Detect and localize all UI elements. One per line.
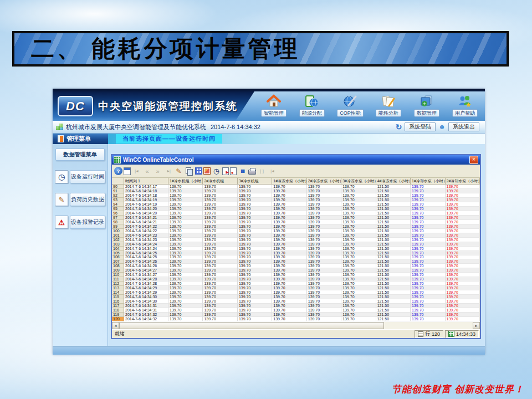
table-row[interactable]: 1142014-7-6 14:34:29139.70139.70139.7013… xyxy=(112,290,480,295)
print-icon[interactable] xyxy=(248,170,256,175)
column-header[interactable]: 4#冷冻水泵（小时） xyxy=(376,178,411,185)
column-header[interactable]: 1#冷冻水泵（小时） xyxy=(272,178,306,185)
value-cell: 139.70 xyxy=(168,185,203,189)
sidebar-item-load-history[interactable]: 负荷历史数据 xyxy=(55,193,105,206)
table-row[interactable]: 922014-7-6 14:34:18139.70139.70139.70139… xyxy=(112,193,480,198)
first-record-icon[interactable] xyxy=(132,166,141,176)
column-header[interactable]: 2#冷冻水泵（小时） xyxy=(307,178,341,185)
nav-item-energy-allocation[interactable]: 能源分配 xyxy=(295,94,329,117)
nav-label[interactable]: COP性能 xyxy=(337,109,364,117)
system-login-button[interactable]: 系统登陆 xyxy=(405,122,436,131)
column-header[interactable]: 1#冷却水泵（小时） xyxy=(411,178,445,185)
copy-icon[interactable] xyxy=(185,166,194,176)
table-row[interactable]: 1192014-7-6 14:34:32139.70139.70139.7013… xyxy=(112,313,480,317)
value-cell: 139.70 xyxy=(411,238,445,242)
row-number-cell: 112 xyxy=(112,282,124,286)
nav-item-smart-management[interactable]: 智能管理 xyxy=(257,94,290,117)
value-cell: 139.70 xyxy=(168,299,203,304)
sidebar-item-label[interactable]: 设备报警记录 xyxy=(70,216,105,229)
table-row[interactable]: 912014-7-6 14:34:18139.70139.70139.70139… xyxy=(112,189,480,193)
table-row[interactable]: 1152014-7-6 14:34:30139.70139.70139.7013… xyxy=(112,295,480,299)
value-cell: 139.70 xyxy=(341,193,376,198)
system-logout-button[interactable]: 系统退出 xyxy=(448,122,479,131)
free-range-icon[interactable] xyxy=(257,166,267,176)
table-row[interactable]: 1062014-7-6 14:34:25139.70139.70139.7013… xyxy=(112,255,480,260)
sidebar-item-label[interactable]: 负荷历史数据 xyxy=(70,193,105,206)
calendar-edit-icon[interactable] xyxy=(124,167,131,175)
import-data-icon[interactable] xyxy=(230,167,237,175)
table-row[interactable]: 1042014-7-6 14:34:24139.70139.70139.7013… xyxy=(112,247,480,251)
column-header[interactable]: 1#冷水机组（小时） xyxy=(168,178,203,185)
table-row[interactable]: 1102014-7-6 14:34:27139.70139.70139.7013… xyxy=(112,273,480,277)
nav-item-energy-analysis[interactable]: 能耗分析 xyxy=(372,94,405,117)
value-cell: 139.70 xyxy=(203,207,237,211)
table-row[interactable]: 1132014-7-6 14:34:29139.70139.70139.7013… xyxy=(112,286,480,290)
nav-item-data-management[interactable]: 数据管理 xyxy=(410,94,443,117)
table-row[interactable]: 1202014-7-6 14:34:32139.70139.70139.7013… xyxy=(112,317,480,321)
value-cell: 139.70 xyxy=(238,216,272,220)
table-row[interactable]: 992014-7-6 14:34:22139.70139.70139.70139… xyxy=(112,224,480,229)
nav-label[interactable]: 用户帮助 xyxy=(452,109,478,117)
table-row[interactable]: 962014-7-6 14:34:20139.70139.70139.70139… xyxy=(112,211,480,216)
table-row[interactable]: 1032014-7-6 14:34:24139.70139.70139.7013… xyxy=(112,242,480,247)
column-header[interactable]: 2#冷却水泵（小时） xyxy=(446,178,480,185)
column-header[interactable]: 3#冷水机组 xyxy=(238,178,272,185)
table-row[interactable]: 972014-7-6 14:34:21139.70139.70139.70139… xyxy=(112,216,480,220)
table-row[interactable]: 902014-7-6 14:34:17139.70139.70139.70139… xyxy=(112,185,480,189)
sidebar-item-device-runtime[interactable]: 设备运行时间 xyxy=(55,170,105,183)
table-row[interactable]: 1162014-7-6 14:34:30139.70139.70139.7013… xyxy=(112,299,480,304)
prev-record-icon[interactable] xyxy=(142,166,152,176)
table-row[interactable]: 942014-7-6 14:34:19139.70139.70139.70139… xyxy=(112,202,480,207)
timestamp-cell: 2014-7-6 14:34:27 xyxy=(124,268,168,273)
sidebar-item-label[interactable]: 设备运行时间 xyxy=(70,170,105,183)
nav-label[interactable]: 数据管理 xyxy=(414,109,439,117)
nav-item-cop-performance[interactable]: COP性能 xyxy=(334,94,367,117)
sidebar-item-alarm-records[interactable]: 设备报警记录 xyxy=(55,216,105,229)
scrollbar-track[interactable] xyxy=(384,322,473,329)
table-row[interactable]: 1012014-7-6 14:34:23139.70139.70139.7013… xyxy=(112,233,480,238)
goto-last-icon[interactable] xyxy=(268,166,277,176)
value-cell: 139.70 xyxy=(446,290,480,295)
table-row[interactable]: 1172014-7-6 14:34:31139.70139.70139.7013… xyxy=(112,304,480,308)
table-row[interactable]: 1122014-7-6 14:34:28139.70139.70139.7013… xyxy=(112,282,480,286)
help-icon[interactable] xyxy=(114,167,122,175)
value-cell: 121.50 xyxy=(376,304,411,308)
close-icon[interactable] xyxy=(469,156,478,164)
table-row[interactable]: 1002014-7-6 14:34:22139.70139.70139.7013… xyxy=(112,229,480,233)
table-row[interactable]: 1092014-7-6 14:34:27139.70139.70139.7013… xyxy=(112,268,480,273)
nav-label[interactable]: 能源分配 xyxy=(299,109,325,117)
pause-icon[interactable] xyxy=(238,166,247,176)
table-row[interactable]: 1082014-7-6 14:34:26139.70139.70139.7013… xyxy=(112,264,480,268)
select-archive-icon[interactable] xyxy=(203,167,211,175)
scroll-left-icon[interactable]: ◄ xyxy=(112,322,119,329)
nav-label[interactable]: 能耗分析 xyxy=(376,109,401,117)
table-row[interactable]: 932014-7-6 14:34:19139.70139.70139.70139… xyxy=(112,198,480,202)
value-cell: 139.70 xyxy=(307,193,341,198)
horizontal-scrollbar[interactable]: ◄ ► xyxy=(112,321,480,329)
scrollbar-thumb[interactable] xyxy=(119,322,384,329)
nav-item-user-help[interactable]: 用户帮助 xyxy=(448,94,482,117)
app-nav: 智能管理 能源分配 COP性能 能耗分析 数据管理 xyxy=(257,91,482,120)
table-row[interactable]: 1182014-7-6 14:34:31139.70139.70139.7013… xyxy=(112,308,480,313)
nav-label[interactable]: 智能管理 xyxy=(261,109,287,117)
sidebar-submenu-title[interactable]: 数据管理菜单 xyxy=(55,149,105,161)
value-cell: 139.70 xyxy=(203,255,237,260)
wincc-titlebar[interactable]: WinCC OnlineTableControl xyxy=(112,155,480,165)
column-header[interactable]: 3#冷冻水泵（小时） xyxy=(341,178,376,185)
column-header[interactable]: 时间列 1 xyxy=(124,178,168,185)
table-row[interactable]: 1052014-7-6 14:34:25139.70139.70139.7013… xyxy=(112,251,480,255)
table-row[interactable]: 1112014-7-6 14:34:28139.70139.70139.7013… xyxy=(112,277,480,282)
last-record-icon[interactable] xyxy=(163,166,173,176)
time-range-icon[interactable] xyxy=(212,166,221,176)
value-cell: 121.50 xyxy=(376,251,411,255)
edit-pen-icon[interactable] xyxy=(174,166,183,176)
column-header[interactable]: 2#冷水机组 xyxy=(203,178,237,185)
table-row[interactable]: 952014-7-6 14:34:20139.70139.70139.70139… xyxy=(112,207,480,211)
scroll-right-icon[interactable]: ► xyxy=(473,322,480,329)
table-row[interactable]: 982014-7-6 14:34:21139.70139.70139.70139… xyxy=(112,220,480,224)
select-columns-icon[interactable] xyxy=(195,167,202,175)
table-row[interactable]: 1072014-7-6 14:34:26139.70139.70139.7013… xyxy=(112,259,480,264)
table-row[interactable]: 1022014-7-6 14:34:23139.70139.70139.7013… xyxy=(112,238,480,242)
next-record-icon[interactable] xyxy=(153,166,162,176)
export-data-icon[interactable] xyxy=(222,167,229,175)
